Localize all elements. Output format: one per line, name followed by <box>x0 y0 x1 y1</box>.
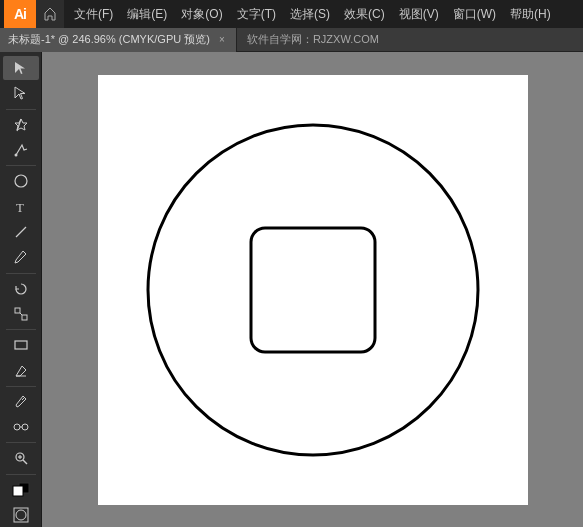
drawing-canvas <box>123 100 503 480</box>
eraser-tool-button[interactable] <box>3 358 39 382</box>
svg-rect-6 <box>22 315 27 320</box>
menu-view[interactable]: 视图(V) <box>393 0 445 28</box>
svg-point-11 <box>14 424 20 430</box>
pen-tool-button[interactable] <box>3 113 39 137</box>
menu-edit[interactable]: 编辑(E) <box>121 0 173 28</box>
menu-window[interactable]: 窗口(W) <box>447 0 502 28</box>
zoom-tool-button[interactable] <box>3 446 39 470</box>
menu-text[interactable]: 文字(T) <box>231 0 282 28</box>
menu-effect[interactable]: 效果(C) <box>338 0 391 28</box>
active-tab[interactable]: 未标题-1* @ 246.96% (CMYK/GPU 预览) × <box>0 28 237 52</box>
rotate-tool-button[interactable] <box>3 276 39 300</box>
tab-label: 未标题-1* @ 246.96% (CMYK/GPU 预览) <box>8 32 210 47</box>
svg-line-4 <box>16 227 26 237</box>
pencil-tool-button[interactable] <box>3 245 39 269</box>
rectangle-tool-button[interactable] <box>3 333 39 357</box>
blend-tool-button[interactable] <box>3 415 39 439</box>
eyedropper-tool-button[interactable] <box>3 390 39 414</box>
main-area: T <box>0 52 583 527</box>
type-tool-button[interactable]: T <box>3 195 39 219</box>
svg-text:T: T <box>16 200 24 215</box>
add-anchor-tool-button[interactable] <box>3 138 39 162</box>
ellipse-tool-button[interactable] <box>3 169 39 193</box>
menu-file[interactable]: 文件(F) <box>68 0 119 28</box>
svg-point-2 <box>15 175 27 187</box>
menu-select[interactable]: 选择(S) <box>284 0 336 28</box>
tab-bar: 未标题-1* @ 246.96% (CMYK/GPU 预览) × 软件自学网：R… <box>0 28 583 52</box>
title-bar: Ai 文件(F) 编辑(E) 对象(O) 文字(T) 选择(S) 效果(C) 视… <box>0 0 583 28</box>
svg-rect-20 <box>13 486 23 496</box>
tab-website: 软件自学网：RJZXW.COM <box>237 28 389 52</box>
fill-stroke-indicator[interactable] <box>3 477 39 501</box>
svg-line-7 <box>20 313 22 315</box>
svg-rect-8 <box>15 341 27 349</box>
svg-rect-5 <box>15 308 20 313</box>
canvas-area[interactable] <box>42 52 583 527</box>
canvas <box>98 75 528 505</box>
svg-line-10 <box>22 398 24 400</box>
menu-object[interactable]: 对象(O) <box>175 0 228 28</box>
svg-point-12 <box>22 424 28 430</box>
tab-close-button[interactable]: × <box>216 34 228 46</box>
toolbar: T <box>0 52 42 527</box>
svg-point-22 <box>16 510 26 520</box>
svg-rect-24 <box>251 228 375 352</box>
screen-mode-button[interactable] <box>3 503 39 527</box>
selection-tool-button[interactable] <box>3 56 39 80</box>
direct-selection-tool-button[interactable] <box>3 81 39 105</box>
line-tool-button[interactable] <box>3 220 39 244</box>
menu-bar: 文件(F) 编辑(E) 对象(O) 文字(T) 选择(S) 效果(C) 视图(V… <box>64 0 561 28</box>
ai-logo: Ai <box>4 0 36 28</box>
svg-point-1 <box>14 154 17 157</box>
home-button[interactable] <box>36 0 64 28</box>
menu-help[interactable]: 帮助(H) <box>504 0 557 28</box>
scale-tool-button[interactable] <box>3 302 39 326</box>
svg-line-15 <box>23 460 27 464</box>
